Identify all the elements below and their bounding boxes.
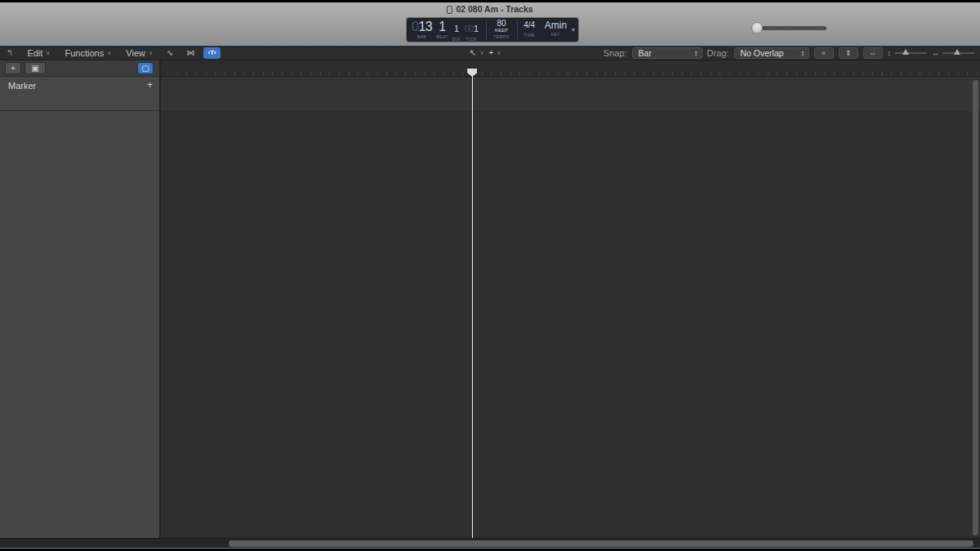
auto-zoom-button[interactable]: ▢: [137, 62, 154, 74]
lcd-display[interactable]: 013BAR 1BEAT 1DIV 001TICK 80 KEEP TEMPO …: [406, 17, 579, 42]
track-header-toolbar: + ▣ ▢: [0, 60, 159, 77]
vertical-auto-zoom-button[interactable]: ⇕: [839, 47, 858, 59]
lcd-position: 013BAR 1BEAT 1DIV 001TICK: [407, 18, 486, 42]
beat-ticks: [167, 72, 980, 76]
vertical-scrollbar[interactable]: [973, 80, 978, 535]
tracks-area: ↰ Edit∨ Functions∨ View∨ ∿ ⋈ ›T‹ ↖∨ +∨ S…: [0, 45, 980, 549]
playhead[interactable]: [472, 69, 474, 538]
master-volume-thumb[interactable]: [751, 22, 763, 33]
catch-playhead-button[interactable]: ›T‹: [203, 47, 220, 59]
chevron-down-icon: ∨: [46, 50, 50, 56]
marker-track-header[interactable]: Marker +: [0, 77, 159, 111]
automation-button[interactable]: ∿: [163, 47, 177, 59]
crossfade-button[interactable]: ⋈: [182, 47, 198, 59]
arrange-area[interactable]: [161, 60, 980, 538]
bar-ruler[interactable]: [161, 60, 980, 77]
control-bar: 013BAR 1BEAT 1DIV 001TICK 80 KEEP TEMPO …: [0, 15, 980, 45]
new-track-button[interactable]: ▣: [24, 62, 46, 74]
lcd-tempo[interactable]: 80 KEEP TEMPO: [487, 18, 517, 42]
horizontal-scrollbar-thumb[interactable]: [229, 540, 973, 547]
marker-lane: [161, 77, 980, 111]
vertical-scrollbar-thumb[interactable]: [973, 80, 978, 535]
snap-dropdown[interactable]: Bar▲▼: [632, 47, 702, 59]
pointer-tool-menu[interactable]: ↖∨: [470, 48, 484, 57]
chevron-down-icon: ∨: [107, 50, 111, 56]
lcd-key[interactable]: Amin KEY: [541, 18, 570, 42]
toolbar-right: Snap: Bar▲▼ Drag: No Overlap▲▼ ≈ ⇕ ⇔ ↕ ↔: [604, 47, 975, 59]
horizontal-scrollbar[interactable]: [0, 538, 980, 548]
chevron-down-icon: ∨: [149, 50, 153, 56]
back-icon[interactable]: ↰: [0, 48, 20, 57]
project-icon: [447, 6, 452, 14]
marker-track-label: Marker: [8, 81, 36, 91]
lcd-chevron-icon[interactable]: ▾: [570, 18, 578, 42]
lcd-time-signature[interactable]: 4/4 TIME: [518, 18, 541, 42]
add-track-button[interactable]: +: [5, 62, 21, 74]
add-marker-icon[interactable]: +: [147, 79, 153, 91]
window-chrome: 02 080 Am - Tracks 013BAR 1BEAT 1DIV 001…: [0, 2, 980, 45]
window-title: 02 080 Am - Tracks: [0, 4, 980, 14]
vertical-zoom-slider[interactable]: ↕: [888, 49, 928, 57]
waveform-zoom-button[interactable]: ≈: [814, 47, 834, 59]
functions-menu[interactable]: Functions∨: [57, 48, 118, 58]
horizontal-auto-zoom-button[interactable]: ⇔: [863, 47, 883, 59]
tracks-toolbar: ↰ Edit∨ Functions∨ View∨ ∿ ⋈ ›T‹ ↖∨ +∨ S…: [0, 46, 980, 60]
tool-menus: ↖∨ +∨: [470, 48, 501, 57]
logic-pro-window: 02 080 Am - Tracks 013BAR 1BEAT 1DIV 001…: [0, 0, 980, 551]
secondary-tool-menu[interactable]: +∨: [489, 48, 501, 57]
track-header-panel: + ▣ ▢ Marker +: [0, 60, 161, 538]
drag-label: Drag:: [707, 48, 729, 58]
edit-menu[interactable]: Edit∨: [20, 48, 57, 58]
horizontal-zoom-slider[interactable]: ↔: [932, 49, 975, 57]
drag-dropdown[interactable]: No Overlap▲▼: [734, 47, 809, 59]
title-bar: 02 080 Am - Tracks: [0, 2, 980, 15]
snap-label: Snap:: [604, 48, 627, 58]
master-volume-slider[interactable]: [751, 26, 826, 30]
view-menu[interactable]: View∨: [118, 48, 160, 58]
